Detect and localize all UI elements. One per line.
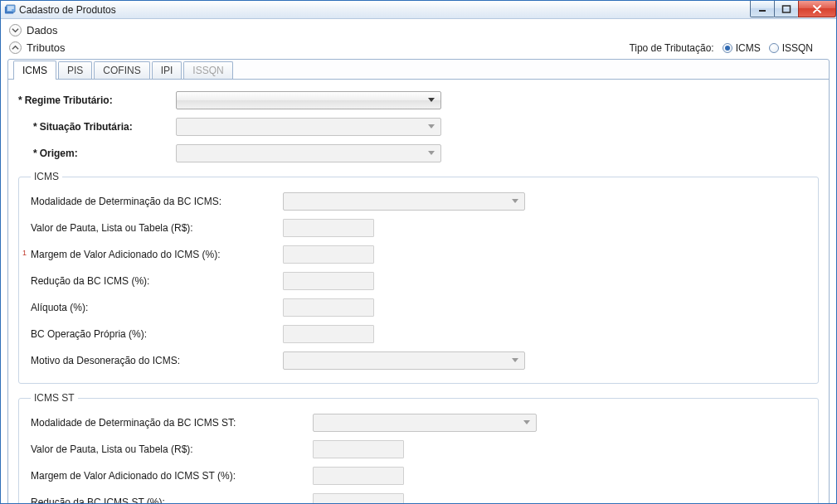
icms-st-legend: ICMS ST: [31, 392, 78, 404]
svg-rect-4: [7, 9, 12, 10]
radio-icon: [769, 43, 779, 53]
chevron-down-icon: [521, 417, 533, 429]
situacao-combo[interactable]: [176, 118, 441, 136]
titlebar[interactable]: Cadastro de Produtos: [1, 1, 836, 19]
aliquota-label: Alíquota (%):: [31, 302, 283, 313]
tab-ipi-label: IPI: [161, 65, 173, 76]
maximize-button[interactable]: [774, 1, 799, 17]
modalidade-bc-st-label: Modalidade de Determinação da BC ICMS ST…: [31, 417, 313, 429]
mva-note: 1: [22, 249, 27, 257]
window-controls: [751, 1, 836, 17]
section-header-tributos[interactable]: Tributos Tipo de Tributação: ICMS ISSQN: [1, 40, 836, 57]
tab-icms-label: ICMS: [22, 65, 47, 76]
mva-input[interactable]: [283, 245, 374, 264]
section-header-dados[interactable]: Dados: [1, 19, 836, 40]
app-icon: [4, 4, 16, 16]
regime-combo[interactable]: [176, 91, 441, 109]
valor-pauta-input[interactable]: [283, 219, 374, 237]
tipo-tributacao-label: Tipo de Tributação:: [629, 42, 713, 54]
chevron-down-icon: [426, 148, 437, 159]
mva-st-input[interactable]: [313, 467, 404, 485]
tipo-tributacao-group: Tipo de Tributação: ICMS ISSQN: [629, 42, 828, 54]
reducao-bc-input[interactable]: [283, 272, 374, 290]
bc-op-propria-input[interactable]: [283, 325, 374, 343]
window-cadastro-produtos: Cadastro de Produtos Dados Tr: [0, 0, 837, 504]
radio-issqn-label: ISSQN: [782, 42, 813, 54]
mva-st-label: Margem de Valor Adicionado do ICMS ST (%…: [31, 470, 313, 482]
tab-issqn-label: ISSQN: [192, 65, 223, 76]
modalidade-bc-st-combo[interactable]: [313, 414, 537, 432]
close-button[interactable]: [798, 1, 836, 17]
svg-rect-6: [783, 6, 791, 12]
section-title-dados: Dados: [27, 24, 58, 36]
chevron-down-icon: [426, 121, 437, 133]
tabstrip: ICMS PIS COFINS IPI ISSQN: [8, 59, 829, 79]
aliquota-input[interactable]: [283, 298, 374, 317]
valor-pauta-st-input[interactable]: [313, 440, 404, 458]
chevron-down-icon: [509, 355, 521, 366]
origem-label: *Origem:: [18, 148, 176, 159]
window-title: Cadastro de Produtos: [19, 4, 116, 16]
chevron-up-icon: [9, 41, 22, 54]
valor-pauta-label: Valor de Pauta, Lista ou Tabela (R$):: [31, 222, 283, 234]
icms-group: ICMS Modalidade de Determinação da BC IC…: [18, 171, 819, 384]
radio-icms-label: ICMS: [736, 42, 761, 54]
origem-combo[interactable]: [176, 144, 441, 162]
minimize-button[interactable]: [750, 1, 775, 17]
tributos-tabs: ICMS PIS COFINS IPI ISSQN *Regime Tribut…: [7, 59, 830, 503]
chevron-down-icon: [9, 24, 22, 36]
chevron-down-icon: [426, 94, 437, 106]
tab-pis[interactable]: PIS: [58, 61, 92, 79]
tab-icms[interactable]: ICMS: [13, 61, 56, 80]
reducao-bc-st-input[interactable]: [313, 493, 404, 503]
radio-icon: [723, 43, 732, 53]
tab-cofins-label: COFINS: [103, 65, 140, 76]
chevron-down-icon: [509, 196, 521, 207]
section-title-tributos: Tributos: [27, 41, 65, 54]
svg-rect-5: [759, 10, 766, 12]
situacao-label: *Situação Tributária:: [18, 121, 176, 133]
tab-issqn[interactable]: ISSQN: [183, 61, 232, 79]
reducao-bc-st-label: Redução da BC ICMS ST (%):: [31, 497, 313, 503]
motivo-desoneracao-label: Motivo da Desoneração do ICMS:: [31, 355, 283, 366]
client-area: Dados Tributos Tipo de Tributação: ICMS …: [1, 19, 836, 503]
icms-st-group: ICMS ST Modalidade de Determinação da BC…: [18, 392, 819, 503]
svg-rect-3: [7, 7, 14, 8]
tab-pis-label: PIS: [67, 65, 83, 76]
valor-pauta-st-label: Valor de Pauta, Lista ou Tabela (R$):: [31, 443, 313, 455]
reducao-bc-label: Redução da BC ICMS (%):: [31, 275, 283, 287]
tab-cofins[interactable]: COFINS: [94, 61, 149, 79]
motivo-desoneracao-combo[interactable]: [283, 351, 525, 370]
tab-ipi[interactable]: IPI: [152, 61, 182, 79]
radio-issqn[interactable]: ISSQN: [769, 42, 813, 54]
mva-label: 1 Margem de Valor Adicionado do ICMS (%)…: [31, 249, 283, 260]
radio-icms[interactable]: ICMS: [723, 42, 761, 54]
svg-rect-2: [7, 6, 14, 7]
bc-op-propria-label: BC Operação Própria (%):: [31, 328, 283, 340]
tab-panel-icms: *Regime Tributário: *Situação Tributária…: [8, 79, 829, 503]
modalidade-bc-combo[interactable]: [283, 192, 525, 211]
icms-legend: ICMS: [31, 171, 62, 182]
regime-label: *Regime Tributário:: [18, 94, 176, 106]
modalidade-bc-label: Modalidade de Determinação da BC ICMS:: [31, 196, 283, 207]
